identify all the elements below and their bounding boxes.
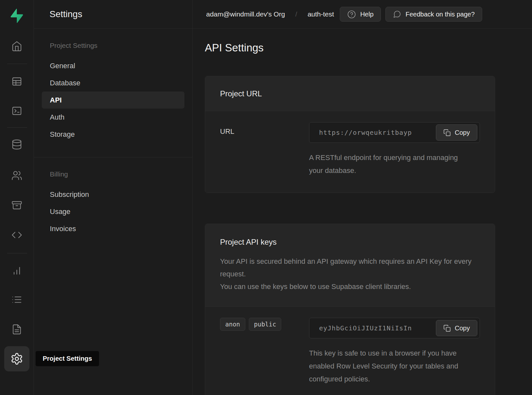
api-keys-card-header: Project API keys Your API is secured beh…	[205, 224, 495, 306]
section-heading-project-settings: Project Settings	[42, 42, 184, 49]
anon-key-value: eyJhbGciOiJIUzI1NiIsIn	[319, 324, 412, 332]
sidebar-item-general[interactable]: General	[42, 57, 184, 74]
copy-url-button-label: Copy	[455, 129, 470, 136]
nav-docs-button[interactable]	[9, 322, 25, 337]
project-url-input[interactable]: https://orwqeukritbayp Copy	[309, 122, 480, 143]
api-keys-card-title: Project API keys	[220, 238, 480, 247]
url-field-label: URL	[220, 122, 309, 136]
sidebar-item-invoices[interactable]: Invoices	[42, 220, 184, 237]
nav-reports-button[interactable]	[9, 263, 25, 278]
nav-home-button[interactable]	[9, 38, 25, 54]
file-text-icon	[11, 324, 22, 335]
list-icon	[11, 294, 22, 305]
project-url-card-body: URL https://orwqeukritbayp Copy A RESTfu…	[205, 111, 495, 193]
sidebar-item-api[interactable]: API	[42, 91, 184, 109]
project-url-card-header: Project URL	[205, 76, 495, 111]
sidebar-title: Settings	[50, 9, 82, 19]
breadcrumb-separator: /	[295, 10, 297, 18]
api-keys-description-line-1: Your API is secured behind an API gatewa…	[220, 255, 479, 280]
api-keys-description-line-2: You can use the keys below to use Supaba…	[220, 280, 479, 293]
copy-url-button[interactable]: Copy	[436, 124, 477, 141]
copy-anon-key-button-label: Copy	[455, 325, 470, 332]
nav-project-settings-button[interactable]	[4, 346, 29, 371]
copy-icon	[443, 325, 451, 332]
supabase-bolt-icon	[10, 9, 24, 23]
rail-divider	[7, 127, 27, 128]
key-badges: anon public	[220, 318, 309, 331]
project-settings-tooltip: Project Settings	[36, 351, 99, 366]
rail-divider	[7, 64, 27, 64]
project-url-description: A RESTful endpoint for querying and mana…	[309, 151, 468, 177]
archive-icon	[11, 200, 22, 211]
supabase-logo[interactable]	[9, 8, 24, 23]
copy-icon	[443, 129, 451, 136]
sidebar-item-usage[interactable]: Usage	[42, 203, 184, 220]
help-circle-icon	[347, 10, 356, 19]
page-title: API Settings	[205, 40, 532, 55]
project-url-card: Project URL URL https://orwqeukritbayp C…	[205, 76, 495, 193]
gear-icon	[10, 352, 23, 365]
feedback-button-label: Feedback on this page?	[405, 11, 475, 18]
sidebar-item-auth[interactable]: Auth	[42, 109, 184, 126]
nav-logs-button[interactable]	[9, 292, 25, 307]
sidebar-nav: Project Settings General Database API Au…	[34, 29, 192, 237]
api-keys-card-description: Your API is secured behind an API gatewa…	[220, 255, 479, 293]
rail-divider	[7, 253, 27, 253]
public-badge: public	[249, 318, 282, 331]
database-icon	[11, 139, 22, 150]
anon-key-description: This key is safe to use in a browser if …	[309, 347, 474, 386]
project-url-value: https://orwqeukritbayp	[319, 129, 412, 136]
app-root: Project Settings Settings Project Settin…	[0, 0, 532, 395]
main-content: API Settings Project URL URL https://orw…	[193, 29, 532, 395]
code-icon	[11, 230, 22, 240]
help-button[interactable]: Help	[340, 7, 381, 22]
nav-storage-button[interactable]	[9, 198, 25, 213]
breadcrumb-project[interactable]: auth-test	[307, 10, 334, 18]
table-icon	[11, 76, 22, 87]
project-url-card-title: Project URL	[220, 89, 262, 98]
sidebar-item-storage[interactable]: Storage	[42, 126, 184, 143]
icon-rail	[0, 0, 34, 395]
users-icon	[11, 170, 22, 181]
home-icon	[11, 41, 22, 52]
anon-key-input[interactable]: eyJhbGciOiJIUzI1NiIsIn Copy	[309, 318, 480, 338]
settings-sidebar: Settings Project Settings General Databa…	[34, 0, 193, 395]
bar-chart-icon	[11, 265, 22, 276]
nav-auth-button[interactable]	[9, 168, 25, 183]
terminal-icon	[11, 105, 22, 116]
sidebar-section-divider	[34, 157, 192, 157]
help-button-label: Help	[360, 11, 373, 18]
nav-functions-button[interactable]	[9, 227, 25, 243]
copy-anon-key-button[interactable]: Copy	[436, 320, 477, 336]
nav-database-button[interactable]	[9, 137, 25, 152]
sidebar-header: Settings	[34, 0, 192, 29]
sidebar-item-subscription[interactable]: Subscription	[42, 186, 184, 203]
api-keys-card-body: anon public eyJhbGciOiJIUzI1NiIsIn Copy …	[205, 306, 495, 395]
nav-table-editor-button[interactable]	[9, 74, 25, 89]
nav-sql-editor-button[interactable]	[9, 103, 25, 119]
feedback-button[interactable]: Feedback on this page?	[385, 7, 482, 22]
anon-badge: anon	[220, 318, 245, 331]
section-heading-billing: Billing	[42, 170, 184, 178]
project-api-keys-card: Project API keys Your API is secured beh…	[205, 224, 495, 395]
breadcrumb-org[interactable]: adam@windmill.dev's Org	[206, 10, 285, 18]
sidebar-item-database[interactable]: Database	[42, 74, 184, 91]
message-bubble-icon	[393, 10, 401, 18]
top-header: adam@windmill.dev's Org / auth-test Help…	[193, 0, 532, 29]
